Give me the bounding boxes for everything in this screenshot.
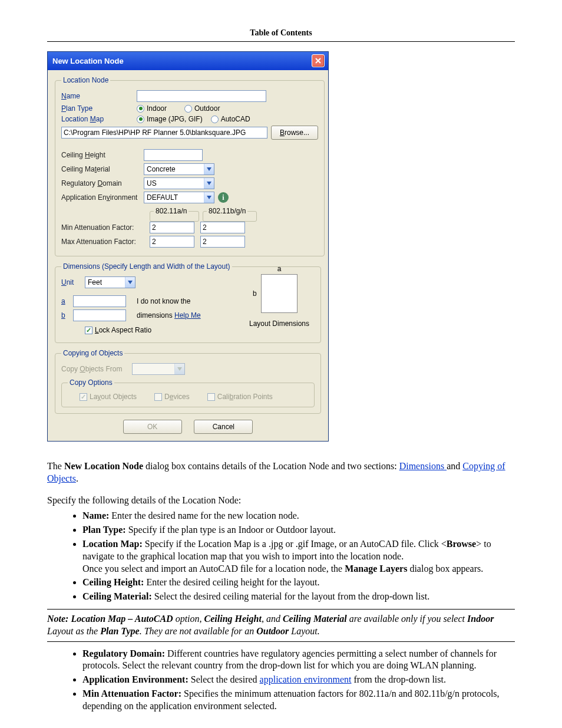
close-icon (315, 58, 321, 64)
ceiling-material-value: Concrete (144, 165, 204, 173)
plan-type-label: Plan Type (61, 104, 137, 113)
close-button[interactable] (312, 54, 325, 67)
new-location-node-dialog: New Location Node Location Node Name Pla… (47, 51, 329, 442)
chevron-down-icon (204, 164, 214, 174)
location-node-legend: Location Node (61, 76, 110, 84)
app-env-value: DEFAULT (144, 193, 204, 202)
help-me-link[interactable]: Help Me (174, 311, 201, 319)
bullet-list-2: Regulatory Domain: Different countries h… (71, 648, 515, 713)
ok-button: OK (123, 420, 182, 434)
browse-button[interactable]: Browse... (271, 126, 318, 140)
chevron-down-icon (204, 192, 214, 203)
dim-b-label: b (61, 311, 73, 319)
proto-a-group: 802.11a/n (150, 207, 199, 222)
dim-a-label: a (61, 297, 73, 305)
helper-text-2: dimensions Help Me (137, 311, 201, 319)
indoor-label: Indoor (147, 104, 167, 113)
proto-b-group: 802.11b/g/n (203, 207, 257, 222)
toc-header: Table of Contents (47, 28, 515, 42)
list-item: Ceiling Material: Select the desired cei… (82, 591, 515, 603)
inline-link[interactable]: application environment (260, 674, 352, 684)
devices-checkbox (154, 393, 162, 401)
copy-options-legend: Copy Options (68, 378, 114, 387)
copy-options-group: Copy Options ✓ Layout Objects Devices Ca… (61, 378, 315, 407)
copy-from-label: Copy Objects From (61, 365, 132, 373)
dimensions-link[interactable]: Dimensions (399, 461, 447, 471)
copying-legend: Copying of Objects (61, 349, 124, 357)
max-att-a-input[interactable] (150, 236, 194, 248)
unit-value: Feet (85, 278, 125, 286)
layout-b-marker: b (253, 289, 257, 298)
proto-a-legend: 802.11a/n (154, 207, 189, 215)
layout-objects-checkbox: ✓ (80, 393, 87, 401)
dim-b-input[interactable] (73, 309, 126, 321)
app-env-select[interactable]: DEFAULT (144, 192, 214, 203)
title-bar: New Location Node (48, 52, 328, 70)
calibration-label: Calibration Points (217, 393, 273, 401)
specify-line: Specify the following details of the Loc… (47, 495, 515, 507)
intro-paragraph: The New Location Node dialog box contain… (47, 460, 515, 485)
lock-aspect-checkbox[interactable]: ✓ (85, 327, 92, 334)
layout-preview-box (261, 274, 297, 313)
outdoor-radio[interactable] (184, 105, 192, 113)
chevron-down-icon (174, 364, 184, 374)
bullet-list-1: Name: Enter the desired name for the new… (71, 510, 515, 603)
image-label: Image (JPG, GIF) (147, 115, 203, 123)
unit-select[interactable]: Feet (85, 276, 135, 288)
layout-objects-label: Layout Objects (90, 393, 137, 401)
dialog-title: New Location Node (52, 57, 124, 65)
regulatory-domain-value: US (144, 179, 204, 187)
copying-group: Copying of Objects Copy Objects From Cop… (55, 349, 321, 414)
app-env-label: Application Environment (61, 193, 144, 202)
list-item: Location Map: Specify if the Location Ma… (82, 538, 515, 575)
path-input[interactable] (61, 127, 267, 139)
layout-dimensions-caption: Layout Dimensions (244, 319, 315, 328)
proto-b-legend: 802.11b/g/n (207, 207, 247, 215)
dim-a-input[interactable] (73, 295, 126, 307)
doc-body: The New Location Node dialog box contain… (47, 460, 515, 713)
info-icon[interactable]: i (218, 192, 229, 203)
layout-a-marker: a (277, 265, 282, 273)
regulatory-domain-label: Regulatory Domain (61, 179, 144, 187)
autocad-radio[interactable] (211, 116, 219, 123)
list-item: Min Attenuation Factor: Specifies the mi… (82, 688, 515, 713)
min-att-b-input[interactable] (200, 222, 245, 233)
lock-aspect-label: Lock Aspect Ratio (95, 326, 151, 334)
ceiling-material-select[interactable]: Concrete (144, 163, 214, 175)
note-block: Note: Location Map – AutoCAD option, Cei… (47, 609, 515, 642)
list-item: Application Environment: Select the desi… (82, 674, 515, 686)
unit-label: Unit (61, 278, 85, 286)
helper-text-1: I do not know the (137, 297, 190, 305)
min-att-label: Min Attenuation Factor: (61, 223, 150, 232)
copy-from-select (132, 363, 185, 375)
ceiling-material-label: Ceiling Material (61, 165, 144, 173)
max-att-b-input[interactable] (200, 236, 245, 248)
outdoor-label: Outdoor (194, 104, 220, 113)
name-label: Name (61, 92, 137, 100)
list-item: Name: Enter the desired name for the new… (82, 510, 515, 522)
location-node-group: Location Node Name Plan Type Indoor Outd… (55, 76, 325, 256)
list-item: Ceiling Height: Enter the desired ceilin… (82, 577, 515, 589)
ceiling-height-label: Ceiling Height (61, 151, 144, 159)
list-item: Plan Type: Specify if the plan type is a… (82, 524, 515, 536)
chevron-down-icon (125, 277, 135, 288)
chevron-down-icon (204, 178, 214, 189)
location-map-label: Location Map (61, 115, 137, 123)
autocad-label: AutoCAD (221, 115, 250, 123)
regulatory-domain-select[interactable]: US (144, 177, 214, 189)
dimensions-group: Dimensions (Specify Length and Width of … (55, 262, 321, 343)
indoor-radio[interactable] (137, 105, 144, 113)
cancel-button[interactable]: Cancel (194, 420, 253, 434)
image-radio[interactable] (137, 116, 144, 123)
min-att-a-input[interactable] (150, 222, 194, 233)
max-att-label: Max Attenuation Factor: (61, 238, 150, 246)
calibration-checkbox (207, 393, 215, 401)
list-item: Regulatory Domain: Different countries h… (82, 648, 515, 673)
name-input[interactable] (137, 90, 266, 102)
dimensions-legend: Dimensions (Specify Length and Width of … (61, 262, 232, 271)
devices-label: Devices (164, 393, 190, 401)
ceiling-height-input[interactable] (144, 149, 203, 161)
